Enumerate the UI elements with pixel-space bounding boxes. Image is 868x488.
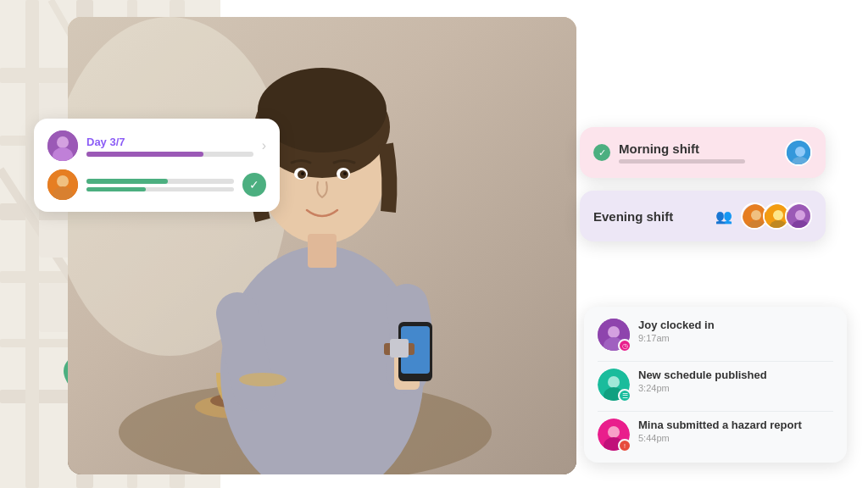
morning-avatar-1 (785, 139, 812, 166)
activity-avatar-wrap-2: ☰ (598, 369, 630, 401)
task-bar-green-main (86, 179, 234, 184)
alert-icon: ! (624, 443, 626, 449)
task-info-2 (86, 179, 234, 191)
activity-title-1: Joy clocked in (638, 319, 833, 331)
evening-shift-card: Evening shift 👥 (580, 191, 826, 241)
morning-shift-avatars (785, 139, 812, 166)
task-info-1: Day 3/7 (86, 136, 253, 157)
activity-feed-card: ◷ Joy clocked in 9:17am ☰ New schedule p… (584, 307, 847, 463)
task-widget-card: Day 3/7 › ✓ (34, 119, 280, 212)
activity-time-2: 3:24pm (638, 383, 833, 393)
morning-checkmark: ✓ (598, 147, 606, 158)
divider-1 (598, 361, 833, 362)
team-icon: 👥 (715, 208, 732, 225)
evening-avatar-3 (785, 202, 812, 230)
task-avatar-1 (47, 130, 78, 161)
task-check-circle: ✓ (242, 173, 266, 197)
morning-shift-card: ✓ Morning shift (580, 127, 826, 178)
task-row-1: Day 3/7 › (47, 130, 266, 161)
activity-text-1: Joy clocked in 9:17am (638, 319, 833, 343)
task-avatar-2 (47, 169, 78, 200)
task-row-2: ✓ (47, 169, 266, 200)
morning-shift-bar (619, 159, 745, 164)
svg-point-49 (57, 175, 69, 187)
morning-shift-title-wrap: Morning shift (619, 141, 776, 164)
svg-point-37 (343, 172, 347, 175)
svg-rect-7 (25, 0, 39, 488)
task-bar-green-fill (86, 179, 168, 184)
svg-point-52 (795, 147, 805, 157)
svg-point-70 (608, 426, 620, 438)
activity-item-3: ! Mina submitted a hazard report 5:44pm (598, 419, 833, 451)
activity-title-2: New schedule published (638, 369, 833, 381)
hero-photo (68, 17, 576, 474)
svg-rect-43 (390, 339, 409, 358)
task-bar-small (86, 187, 234, 191)
activity-text-3: Mina submitted a hazard report 5:44pm (638, 419, 833, 443)
morning-shift-row: ✓ Morning shift (593, 139, 812, 166)
svg-rect-38 (308, 234, 337, 268)
activity-item-1: ◷ Joy clocked in 9:17am (598, 319, 833, 351)
evening-shift-avatars (741, 202, 812, 230)
activity-badge-2: ☰ (618, 389, 632, 402)
task-day-label: Day 3/7 (86, 136, 253, 148)
svg-point-46 (57, 136, 69, 148)
check-icon: ✓ (249, 178, 259, 191)
svg-point-55 (751, 210, 761, 220)
divider-2 (598, 411, 833, 412)
activity-avatar-wrap-3: ! (598, 419, 630, 451)
activity-text-2: New schedule published 3:24pm (638, 369, 833, 393)
activity-badge-1: ◷ (618, 339, 632, 352)
chevron-icon: › (262, 138, 266, 153)
svg-point-61 (795, 210, 805, 220)
evening-shift-title-wrap: Evening shift 👥 (593, 208, 732, 225)
clock-icon: ◷ (622, 342, 628, 350)
evening-shift-title: Evening shift (593, 209, 707, 224)
activity-time-3: 5:44pm (638, 433, 833, 443)
task-bar-small-fill (86, 187, 146, 191)
morning-check-icon: ✓ (593, 144, 610, 161)
hero-illustration (68, 17, 576, 474)
svg-point-64 (608, 326, 620, 338)
evening-shift-row: Evening shift 👥 (593, 202, 812, 230)
activity-time-1: 9:17am (638, 333, 833, 343)
svg-point-67 (608, 376, 620, 388)
svg-point-58 (773, 210, 783, 220)
task-progress-fill (86, 152, 203, 157)
svg-point-36 (301, 172, 304, 175)
activity-badge-3: ! (618, 439, 632, 452)
activity-item-2: ☰ New schedule published 3:24pm (598, 369, 833, 401)
activity-avatar-wrap-1: ◷ (598, 319, 630, 351)
task-progress-bar (86, 152, 253, 157)
morning-shift-title: Morning shift (619, 141, 776, 156)
calendar-icon: ☰ (622, 392, 628, 400)
svg-point-44 (239, 373, 287, 386)
activity-title-3: Mina submitted a hazard report (638, 419, 833, 431)
